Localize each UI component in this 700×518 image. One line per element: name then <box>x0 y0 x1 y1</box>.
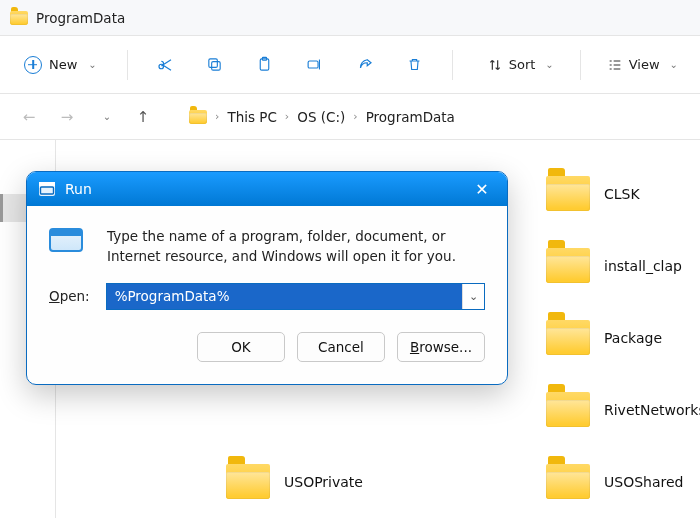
rename-icon <box>306 56 323 73</box>
copy-icon <box>206 56 223 73</box>
crumb-programdata[interactable]: ProgramData <box>366 109 455 125</box>
open-combobox[interactable]: ⌄ <box>106 283 485 310</box>
cut-button[interactable] <box>148 48 182 82</box>
folder-icon <box>546 464 590 499</box>
run-description: Type the name of a program, folder, docu… <box>107 226 485 267</box>
folder-item-rivetnetworks[interactable]: RivetNetworks <box>546 392 700 427</box>
folder-label: USOShared <box>604 474 683 490</box>
arrow-left-icon: ← <box>23 108 36 126</box>
run-title: Run <box>65 181 92 197</box>
view-button[interactable]: View ⌄ <box>599 51 686 79</box>
chevron-down-icon[interactable]: ⌄ <box>462 284 484 309</box>
svg-rect-6 <box>39 182 55 186</box>
folder-item-usoprivate[interactable]: USOPrivate <box>226 464 363 499</box>
chevron-down-icon: ⌄ <box>103 111 111 122</box>
folder-label: CLSK <box>604 186 640 202</box>
scissors-icon <box>156 56 174 74</box>
run-titlebar[interactable]: Run ✕ <box>27 172 507 206</box>
folder-icon <box>189 110 207 124</box>
folder-icon <box>10 11 28 25</box>
folder-label: USOPrivate <box>284 474 363 490</box>
separator <box>452 50 453 80</box>
run-dialog: Run ✕ Type the name of a program, folder… <box>26 171 508 385</box>
folder-item-clsk[interactable]: CLSK <box>546 176 640 211</box>
folder-icon <box>546 320 590 355</box>
close-icon: ✕ <box>475 180 488 199</box>
paste-button[interactable] <box>248 48 282 82</box>
folder-item-install-clap[interactable]: install_clap <box>546 248 682 283</box>
share-button[interactable] <box>348 48 382 82</box>
copy-button[interactable] <box>198 48 232 82</box>
command-bar: New ⌄ Sort ⌄ View ⌄ <box>0 36 700 94</box>
new-button-label: New <box>49 57 77 72</box>
trash-icon <box>406 56 423 73</box>
separator <box>127 50 128 80</box>
chevron-down-icon: ⌄ <box>88 59 96 70</box>
delete-button[interactable] <box>398 48 432 82</box>
folder-icon <box>546 176 590 211</box>
svg-rect-1 <box>209 59 218 68</box>
folder-icon <box>546 392 590 427</box>
nav-bar: ← → ⌄ ↑ › This PC › OS (C:) › ProgramDat… <box>0 94 700 140</box>
open-label: Open: <box>49 288 90 304</box>
title-bar: ProgramData <box>0 0 700 36</box>
window-title: ProgramData <box>36 10 125 26</box>
recent-button[interactable]: ⌄ <box>90 102 120 132</box>
view-icon <box>607 57 623 73</box>
folder-icon <box>226 464 270 499</box>
clipboard-icon <box>256 56 273 73</box>
chevron-right-icon: › <box>353 110 357 123</box>
share-icon <box>356 56 374 74</box>
crumb-this-pc[interactable]: This PC <box>227 109 276 125</box>
crumb-os-c[interactable]: OS (C:) <box>297 109 345 125</box>
up-button[interactable]: ↑ <box>128 102 158 132</box>
sort-label: Sort <box>509 57 536 72</box>
folder-item-package[interactable]: Package <box>546 320 662 355</box>
cancel-button[interactable]: Cancel <box>297 332 385 362</box>
sort-button[interactable]: Sort ⌄ <box>479 51 562 79</box>
arrow-up-icon: ↑ <box>137 108 150 126</box>
new-button[interactable]: New ⌄ <box>14 50 107 80</box>
chevron-right-icon: › <box>285 110 289 123</box>
view-label: View <box>629 57 660 72</box>
svg-rect-4 <box>308 61 318 68</box>
svg-rect-0 <box>212 62 221 70</box>
browse-button[interactable]: Browse... <box>397 332 485 362</box>
chevron-down-icon: ⌄ <box>545 59 553 70</box>
chevron-down-icon: ⌄ <box>670 59 678 70</box>
ok-button[interactable]: OK <box>197 332 285 362</box>
back-button[interactable]: ← <box>14 102 44 132</box>
arrow-right-icon: → <box>61 108 74 126</box>
plus-circle-icon <box>24 56 42 74</box>
sort-icon <box>487 57 503 73</box>
folder-icon <box>546 248 590 283</box>
close-button[interactable]: ✕ <box>469 176 495 202</box>
chevron-right-icon: › <box>215 110 219 123</box>
rename-button[interactable] <box>298 48 332 82</box>
run-program-icon <box>39 182 55 196</box>
breadcrumb[interactable]: › This PC › OS (C:) › ProgramData <box>180 104 686 130</box>
folder-label: RivetNetworks <box>604 402 700 418</box>
folder-label: Package <box>604 330 662 346</box>
open-input[interactable] <box>107 284 462 309</box>
folder-label: install_clap <box>604 258 682 274</box>
separator <box>580 50 581 80</box>
folder-item-usoshared[interactable]: USOShared <box>546 464 683 499</box>
run-app-icon <box>49 226 89 252</box>
forward-button[interactable]: → <box>52 102 82 132</box>
